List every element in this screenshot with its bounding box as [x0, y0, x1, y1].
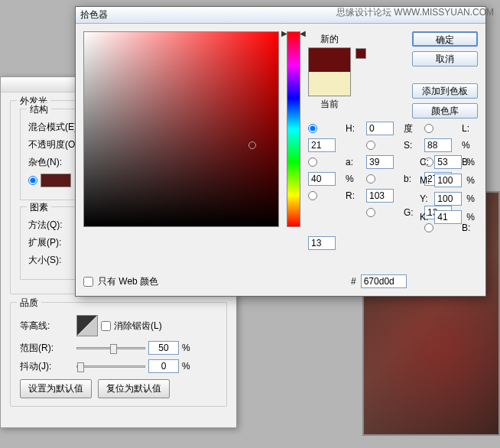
- pct-unit: %: [466, 193, 475, 204]
- b2-radio[interactable]: [366, 174, 375, 183]
- colorpicker-title: 拾色器: [80, 8, 108, 21]
- color-lib-button[interactable]: 颜色库: [412, 103, 478, 118]
- s-input[interactable]: [424, 138, 452, 152]
- b-unit: %: [346, 174, 356, 184]
- bb-input[interactable]: [308, 236, 336, 250]
- spread-label: 扩展(P):: [28, 236, 82, 249]
- k-label: K:: [420, 212, 430, 222]
- b2-label: b:: [404, 174, 414, 184]
- size-label: 大小(S):: [28, 254, 82, 267]
- range-input[interactable]: [148, 341, 179, 355]
- ok-button[interactable]: 确定: [412, 31, 478, 47]
- current-color-swatch[interactable]: [309, 72, 350, 96]
- colorpicker-dialog: 拾色器 ▶◀ 新的 当前 H:度 L:: [75, 6, 486, 297]
- c-input[interactable]: [434, 155, 462, 169]
- pct-unit: %: [466, 212, 475, 222]
- l-radio[interactable]: [424, 124, 433, 133]
- cancel-button[interactable]: 取消: [412, 51, 478, 67]
- hex-input[interactable]: [361, 274, 407, 288]
- hue-arrow-left-icon: ▶: [281, 29, 287, 37]
- pct-unit: %: [466, 175, 475, 186]
- color-radio[interactable]: [28, 176, 37, 185]
- jitter-input[interactable]: [148, 359, 179, 373]
- k-input[interactable]: [434, 210, 462, 224]
- a-input[interactable]: [366, 155, 394, 169]
- r-label: R:: [346, 190, 356, 201]
- set-default-button[interactable]: 设置为默认值: [20, 379, 92, 398]
- reset-default-button[interactable]: 复位为默认值: [98, 379, 170, 398]
- range-label: 范围(R):: [20, 342, 73, 355]
- antialias-checkbox[interactable]: [101, 321, 111, 331]
- s-label: S:: [404, 140, 414, 151]
- current-color-label: 当前: [320, 98, 339, 111]
- l-input[interactable]: [308, 138, 336, 152]
- a-radio[interactable]: [308, 157, 317, 167]
- method-label: 方法(Q):: [28, 219, 82, 232]
- contour-picker[interactable]: [76, 315, 98, 336]
- quality-group-title: 品质: [17, 297, 41, 310]
- g-radio[interactable]: [366, 208, 375, 217]
- h-input[interactable]: [366, 122, 394, 135]
- range-slider[interactable]: [76, 347, 145, 349]
- websafe-cube-icon[interactable]: [356, 48, 366, 59]
- bb-label: B:: [462, 222, 472, 233]
- color-field[interactable]: [83, 31, 279, 227]
- jitter-label: 抖动(J):: [20, 360, 73, 373]
- hash-label: #: [351, 276, 356, 287]
- cmyk-inputs: C:% M:% Y:% K:%: [420, 155, 475, 224]
- a-label: a:: [346, 157, 356, 167]
- color-swatch[interactable]: [41, 174, 71, 187]
- pct-unit: %: [466, 157, 475, 167]
- pct-unit: %: [182, 361, 190, 372]
- new-color-swatch: [309, 48, 350, 72]
- new-color-label: 新的: [320, 33, 339, 46]
- m-input[interactable]: [434, 174, 462, 187]
- antialias-label: 消除锯齿(L): [114, 320, 162, 333]
- hue-slider[interactable]: ▶◀: [287, 31, 300, 227]
- l-label: L:: [462, 123, 472, 134]
- r-input[interactable]: [366, 189, 394, 203]
- r-radio[interactable]: [308, 191, 317, 200]
- g-label: G:: [404, 207, 414, 218]
- y-input[interactable]: [434, 192, 462, 206]
- struct-group-title: 结构: [27, 103, 51, 116]
- h-unit: 度: [404, 122, 414, 135]
- pct-unit: %: [182, 342, 190, 353]
- watermark-text: 思缘设计论坛 WWW.MISSYUAN.COM: [336, 6, 494, 19]
- hue-arrow-right-icon: ◀: [300, 29, 306, 37]
- color-field-cursor: [248, 141, 256, 149]
- blend-label: 混合模式(E):: [28, 121, 82, 134]
- s-unit: %: [462, 140, 472, 151]
- webonly-label: 只有 Web 颜色: [98, 275, 158, 288]
- elements-group-title: 图素: [27, 201, 51, 214]
- add-swatch-button[interactable]: 添加到色板: [412, 83, 478, 99]
- m-label: M:: [420, 175, 430, 186]
- noise-label: 杂色(N):: [28, 156, 82, 169]
- h-radio[interactable]: [308, 124, 317, 133]
- webonly-checkbox[interactable]: [83, 277, 93, 287]
- bb-radio[interactable]: [424, 223, 433, 232]
- color-preview: [308, 47, 351, 96]
- contour-label: 等高线:: [20, 320, 73, 333]
- jitter-slider[interactable]: [76, 365, 145, 368]
- b-input[interactable]: [308, 172, 336, 186]
- opacity-label: 不透明度(O):: [28, 138, 82, 151]
- c-label: C:: [420, 157, 430, 167]
- y-label: Y:: [420, 193, 430, 204]
- h-label: H:: [346, 123, 356, 134]
- s-radio[interactable]: [366, 141, 375, 150]
